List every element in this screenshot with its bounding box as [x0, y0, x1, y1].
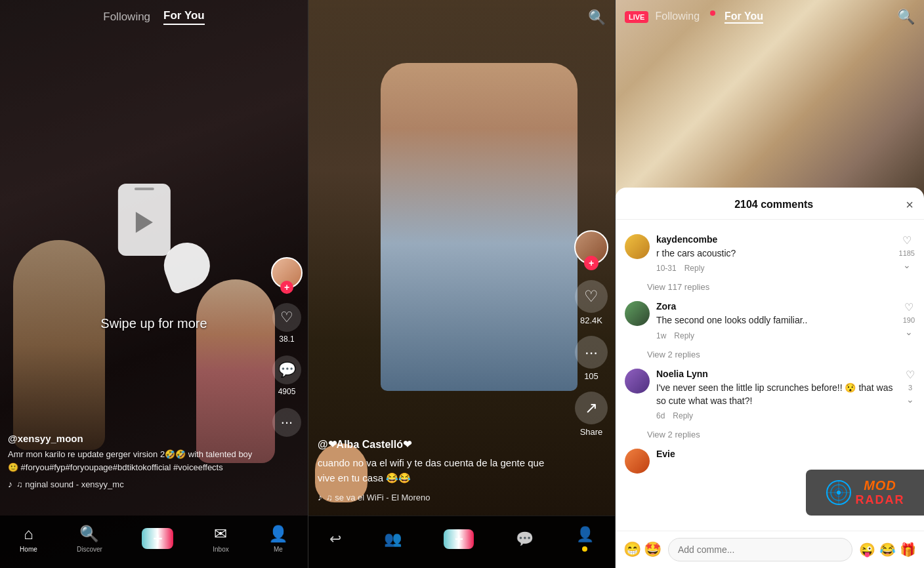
nav-left-right: LIVE Following For You	[625, 10, 763, 24]
home-label-left: Home	[20, 546, 37, 553]
emoji-2[interactable]: 🤩	[644, 541, 662, 558]
nav-me-left[interactable]: 👤 Me	[268, 525, 288, 553]
emoji-buttons: 😁 🤩	[623, 541, 662, 558]
right-sidebar-left: + ♡ 38.1 💬 4905 ···	[271, 257, 303, 437]
share-button-mid[interactable]: ↗ Share	[575, 392, 608, 437]
plus-button-mid[interactable]: ＋	[444, 529, 474, 549]
watermark-text: MOD RADAR	[856, 478, 905, 507]
caption-left: Amr mon karilo re update gerger virsion …	[8, 448, 262, 474]
follow-plus-mid[interactable]: +	[584, 256, 598, 270]
more-button-left[interactable]: ···	[272, 408, 301, 437]
panel-mid: 🔍 + ♡ 82.4K ··· 105 ↗ Share @❤Alba Caste…	[308, 0, 616, 568]
follow-plus-left[interactable]: +	[280, 281, 293, 294]
nav-plus-left[interactable]: ＋	[142, 528, 173, 549]
nav-inbox-left[interactable]: ✉ Inbox	[213, 525, 228, 553]
home-icon-left: ⌂	[24, 525, 33, 543]
comment-username-4[interactable]: Evie	[656, 449, 915, 459]
comment-username-3[interactable]: Noelia Lynn	[656, 369, 899, 379]
comment-actions-1: ♡ 1185 ⌄	[899, 234, 915, 270]
comment-username-1[interactable]: kaydencombe	[656, 234, 892, 245]
comment-like-icon-3[interactable]: ♡	[906, 369, 915, 381]
like-button-left[interactable]: ♡ 38.1	[272, 303, 301, 344]
view-replies-3[interactable]: View 2 replies	[616, 427, 924, 442]
comment-meta-1: 10-31 Reply	[656, 264, 892, 273]
comment-reply-1[interactable]: Reply	[684, 264, 705, 273]
creator-avatar-left[interactable]: +	[271, 257, 303, 289]
nav-friends-mid[interactable]: 👥	[384, 531, 402, 548]
nav-profile-mid[interactable]: 👤	[576, 526, 594, 552]
comment-input-bar: 😁 🤩 😜 😂 🎁	[616, 531, 924, 568]
comment-meta-2: 1w Reply	[656, 331, 896, 340]
emoji-face-icon[interactable]: 😜	[859, 542, 875, 558]
comment-like-count-3: 3	[908, 384, 912, 392]
comment-icon-left: 💬	[272, 355, 301, 384]
creator-avatar-mid[interactable]: +	[574, 230, 608, 264]
comment-text-1: r the cars acoustic?	[656, 247, 892, 260]
messages-icon-mid: 💬	[516, 531, 534, 548]
username-mid[interactable]: @❤Alba Castelló❤	[318, 438, 562, 451]
comment-like-count-1: 1185	[899, 249, 915, 257]
music-row-mid: ♪ ♫ se va el WiFi - El Moreno	[318, 492, 562, 502]
notification-dot-mid	[582, 546, 587, 552]
nav-discover-left[interactable]: 🔍 Discover	[77, 525, 102, 553]
view-replies-1[interactable]: View 117 replies	[616, 279, 924, 294]
comment-dislike-icon-1[interactable]: ⌄	[903, 260, 911, 270]
caption-mid: cuando no va el wifi y te das cuenta de …	[318, 456, 562, 485]
emoji-laugh-icon[interactable]: 😂	[879, 542, 896, 558]
comment-avatar-2	[625, 301, 650, 326]
nav-for-you-right[interactable]: For You	[724, 10, 763, 24]
nav-home-left[interactable]: ⌂ Home	[20, 525, 37, 553]
comment-reply-2[interactable]: Reply	[674, 331, 694, 340]
comment-username-2[interactable]: Zora	[656, 301, 896, 312]
like-button-mid[interactable]: ♡ 82.4K	[575, 280, 608, 325]
nav-following-left[interactable]: Following	[103, 10, 150, 24]
right-sidebar-mid: + ♡ 82.4K ··· 105 ↗ Share	[574, 230, 608, 437]
panel-left: Following For You Swipe up for more + ♡ …	[0, 0, 308, 568]
comment-dislike-icon-3[interactable]: ⌄	[906, 394, 914, 405]
emoji-1[interactable]: 😁	[623, 541, 641, 558]
panel-right: LIVE Following For You 🔍 2104 comments ×…	[616, 0, 924, 568]
comments-title: 2104 comments	[642, 199, 906, 211]
search-button-mid[interactable]: 🔍	[588, 9, 606, 26]
comment-button-left[interactable]: 💬 4905	[272, 355, 301, 396]
inbox-icon-left: ✉	[214, 525, 227, 543]
comment-dislike-icon-2[interactable]: ⌄	[905, 327, 913, 337]
comment-like-icon-2[interactable]: ♡	[904, 301, 914, 314]
me-icon-left: 👤	[268, 525, 288, 543]
me-label-left: Me	[274, 546, 283, 553]
inbox-label-left: Inbox	[213, 546, 228, 553]
comment-icon-mid: ···	[575, 336, 608, 369]
comment-item-1: kaydencombe r the cars acoustic? 10-31 R…	[616, 228, 924, 279]
comment-item-2: Zora The second one looks oddly familiar…	[616, 294, 924, 346]
input-icon-buttons: 😜 😂 🎁	[859, 542, 916, 558]
nav-messages-mid[interactable]: 💬	[516, 531, 534, 548]
search-button-right[interactable]: 🔍	[897, 9, 915, 26]
music-note-icon-left: ♪	[8, 479, 12, 489]
nav-following-right[interactable]: Following	[655, 10, 700, 24]
bottom-nav-left: ⌂ Home 🔍 Discover ＋ ✉ Inbox 👤 Me	[0, 516, 308, 568]
plus-button-left[interactable]: ＋	[142, 528, 173, 549]
heart-icon-mid: ♡	[575, 280, 608, 313]
comment-input[interactable]	[668, 538, 852, 561]
comment-reply-3[interactable]: Reply	[673, 411, 693, 420]
comment-like-icon-1[interactable]: ♡	[902, 234, 912, 247]
radar-label: RADAR	[856, 493, 905, 507]
girl-body	[381, 63, 578, 391]
play-icon	[135, 212, 152, 233]
comment-date-3: 6d	[656, 411, 665, 420]
comment-actions-2: ♡ 190 ⌄	[903, 301, 915, 337]
nav-back-mid[interactable]: ↩	[329, 531, 341, 548]
gift-icon[interactable]: 🎁	[900, 542, 916, 558]
top-nav-left: Following For You	[0, 0, 308, 34]
close-comments-button[interactable]: ×	[906, 198, 914, 211]
view-replies-2[interactable]: View 2 replies	[616, 347, 924, 362]
comment-text-2: The second one looks oddly familiar..	[656, 314, 896, 327]
comment-count-mid: 105	[584, 371, 598, 381]
nav-links-right: Following For You	[655, 10, 763, 24]
nav-for-you-left[interactable]: For You	[163, 9, 205, 25]
comment-button-mid[interactable]: ··· 105	[575, 336, 608, 381]
comment-date-1: 10-31	[656, 264, 677, 273]
username-left[interactable]: @xensyy_moon	[8, 433, 262, 444]
nav-plus-mid[interactable]: ＋	[444, 529, 474, 549]
share-icon-mid: ↗	[575, 392, 608, 424]
